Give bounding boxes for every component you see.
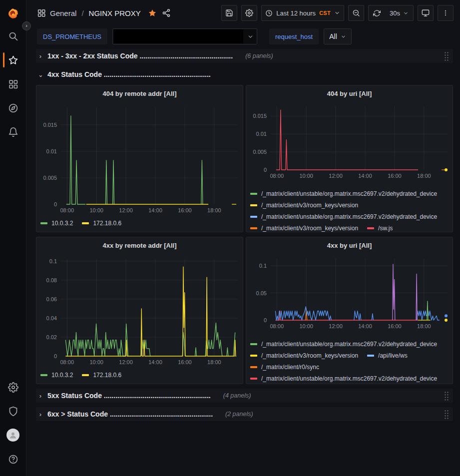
- svg-text:12:00: 12:00: [119, 207, 133, 213]
- share-icon[interactable]: [162, 8, 171, 17]
- legend-item[interactable]: /_matrix/client/v3/room_keys/version: [250, 222, 358, 232]
- chevron-down-icon: [247, 33, 254, 40]
- sidebar-item-explore[interactable]: [0, 96, 26, 120]
- svg-text:0.005: 0.005: [253, 149, 267, 155]
- legend-item[interactable]: /_matrix/client/v3/room_keys/version: [250, 199, 358, 211]
- legend-item[interactable]: /api/live/ws: [367, 350, 408, 361]
- legend-item[interactable]: /_matrix/client/unstable/org.matrix.msc2…: [250, 373, 437, 384]
- chevron-down-icon: [403, 10, 409, 16]
- sidebar-expand-button[interactable]: ›: [22, 21, 31, 30]
- chevron-down-icon: [334, 10, 340, 16]
- legend-label: /_matrix/client/unstable/org.matrix.msc2…: [261, 190, 437, 197]
- sidebar-item-settings[interactable]: [0, 375, 26, 399]
- row-title: 4xx Status Code ........................…: [47, 70, 211, 78]
- panel-title[interactable]: 404 by remote addr [All]: [40, 85, 239, 101]
- row-title: 6xx > Status Code ......................…: [47, 410, 213, 418]
- panel-title[interactable]: 404 by uri [All]: [250, 85, 449, 100]
- refresh-button[interactable]: [369, 5, 385, 20]
- refresh-icon: [373, 9, 381, 17]
- grafana-logo[interactable]: [0, 3, 26, 24]
- save-icon: [225, 9, 233, 17]
- sidebar-item-starred[interactable]: [0, 48, 26, 72]
- datasource-variable-dropdown[interactable]: [112, 28, 257, 44]
- host-variable-label[interactable]: request_host: [269, 28, 319, 44]
- svg-text:16:00: 16:00: [388, 323, 402, 329]
- sidebar-item-dashboards[interactable]: [0, 72, 26, 96]
- legend-item[interactable]: 172.18.0.6: [82, 369, 121, 381]
- svg-text:08:00: 08:00: [60, 207, 74, 213]
- svg-text:14:00: 14:00: [358, 323, 372, 329]
- panel-404-by-remote-addr: 404 by remote addr [All] 08:0010:0012:00…: [36, 85, 243, 232]
- breadcrumb: General / NGINX PROXY: [37, 8, 171, 17]
- panel-title[interactable]: 4xx by remote addr [All]: [40, 237, 239, 253]
- zoom-out-icon: [352, 9, 360, 17]
- chart-canvas[interactable]: 08:0010:0012:0014:0016:0018:0000.050.1: [250, 259, 449, 331]
- sidebar-item-help[interactable]: [0, 447, 26, 471]
- row-header-6xx[interactable]: › 6xx > Status Code ....................…: [36, 407, 453, 421]
- legend-label: /sw.js: [378, 225, 393, 232]
- row-header-1xx[interactable]: › 1xx - 3xx - 2xx Status Code ..........…: [36, 49, 453, 63]
- datasource-variable-label[interactable]: DS_PROMETHEUS: [37, 28, 107, 44]
- chevron-right-icon: ›: [38, 392, 43, 400]
- sidebar-item-alerting[interactable]: [0, 120, 26, 144]
- panel-4xx-by-uri: 4xx by uri [All] 08:0010:0012:0014:0016:…: [246, 237, 453, 384]
- svg-text:0.04: 0.04: [46, 315, 57, 321]
- legend-swatch: [250, 204, 257, 206]
- chart-canvas[interactable]: 08:0010:0012:0014:0016:0018:0000.0050.01…: [250, 106, 449, 181]
- timezone-label: CST: [319, 10, 331, 16]
- legend-label: /_matrix/client/v3/room_keys/version: [261, 352, 358, 359]
- time-range-picker[interactable]: Last 12 hours CST: [261, 5, 344, 21]
- favorite-star-icon[interactable]: [148, 8, 157, 17]
- kebab-menu-icon: [442, 9, 449, 17]
- legend-item[interactable]: /_matrix/client/unstable/org.matrix.msc2…: [250, 188, 437, 199]
- svg-text:0.06: 0.06: [46, 296, 57, 302]
- svg-text:16:00: 16:00: [178, 359, 192, 365]
- svg-text:0.1: 0.1: [49, 259, 57, 264]
- sidebar-item-admin[interactable]: [0, 399, 26, 423]
- tv-mode-button[interactable]: [418, 5, 434, 21]
- chart-canvas[interactable]: 08:0010:0012:0014:0016:0018:0000.020.040…: [40, 259, 239, 367]
- legend-label: /_matrix/client/r0/sync: [261, 364, 319, 371]
- row-drag-handle[interactable]: [444, 410, 449, 419]
- row-drag-handle[interactable]: [444, 391, 449, 401]
- user-icon: [8, 431, 17, 440]
- time-range-label: Last 12 hours: [276, 9, 316, 17]
- legend-item[interactable]: /_matrix/client/unstable/org.matrix.msc2…: [250, 338, 437, 350]
- legend-label: 10.0.3.2: [51, 220, 73, 227]
- row-header-5xx[interactable]: › 5xx Status Code ......................…: [36, 389, 453, 403]
- legend-item[interactable]: /sw.js: [367, 222, 393, 232]
- svg-text:14:00: 14:00: [148, 359, 162, 365]
- legend-swatch: [250, 227, 257, 229]
- svg-text:10:00: 10:00: [89, 359, 103, 365]
- sidebar-spacer: [0, 144, 26, 375]
- chevron-right-icon: ›: [38, 52, 43, 60]
- legend-item[interactable]: 172.18.0.6: [82, 217, 121, 229]
- row-drag-handle[interactable]: [444, 51, 449, 61]
- svg-text:0.005: 0.005: [43, 175, 57, 181]
- svg-text:10:00: 10:00: [299, 323, 313, 329]
- legend-item[interactable]: 10.0.3.2: [40, 217, 73, 229]
- legend-item[interactable]: /_matrix/client/unstable/org.matrix.msc2…: [250, 211, 437, 222]
- star-icon: [8, 55, 18, 65]
- panel-title[interactable]: 4xx by uri [All]: [250, 237, 449, 253]
- row-header-4xx[interactable]: ⌄ 4xx Status Code ......................…: [36, 67, 453, 81]
- sidebar-item-profile[interactable]: [0, 423, 26, 447]
- more-options-button[interactable]: [438, 5, 454, 21]
- svg-text:0: 0: [54, 353, 57, 359]
- legend-swatch: [82, 374, 89, 376]
- refresh-interval-dropdown[interactable]: 30s: [385, 5, 413, 20]
- chart-canvas[interactable]: 08:0010:0012:0014:0016:0018:0000.0050.01…: [40, 107, 239, 215]
- legend-item[interactable]: /_matrix/client/v3/room_keys/version: [250, 350, 358, 361]
- legend-label: /_matrix/client/unstable/org.matrix.msc2…: [261, 341, 437, 348]
- clock-icon: [265, 9, 273, 17]
- legend-item[interactable]: 10.0.3.2: [40, 369, 73, 381]
- dashboard-settings-button[interactable]: [241, 5, 257, 21]
- zoom-out-time-button[interactable]: [348, 5, 364, 21]
- svg-text:0.015: 0.015: [43, 122, 57, 128]
- host-variable-dropdown[interactable]: All: [324, 28, 352, 44]
- breadcrumb-page[interactable]: NGINX PROXY: [89, 9, 141, 17]
- dashboard-content: › 1xx - 3xx - 2xx Status Code ..........…: [26, 47, 460, 476]
- save-dashboard-button[interactable]: [221, 5, 237, 21]
- breadcrumb-section[interactable]: General: [50, 9, 76, 17]
- legend-item[interactable]: /_matrix/client/r0/sync: [250, 361, 319, 373]
